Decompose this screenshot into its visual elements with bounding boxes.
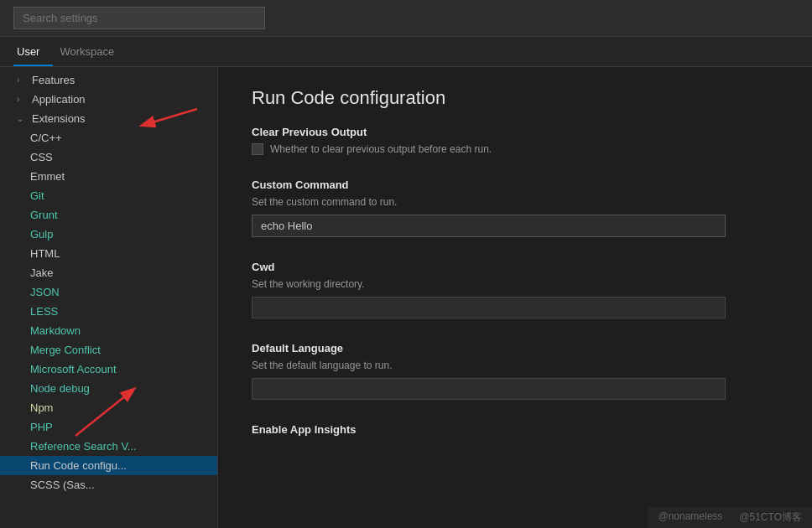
setting-desc-cwd: Set the working directory. (252, 278, 778, 290)
sidebar-item-gulp[interactable]: Gulp (0, 225, 217, 244)
sidebar-item-php[interactable]: PHP (0, 417, 217, 437)
tab-workspace[interactable]: Workspace (56, 37, 128, 66)
sidebar-item-node-debug[interactable]: Node debug (0, 379, 217, 398)
sidebar-item-css[interactable]: CSS (0, 148, 217, 167)
checkbox-clear-previous-output[interactable] (252, 143, 263, 155)
setting-clear-previous-output: Clear Previous Output Whether to clear p… (252, 126, 778, 155)
sidebar-item-label: Emmet (30, 170, 65, 183)
sidebar-item-html[interactable]: HTML (0, 244, 217, 263)
sidebar-item-extensions[interactable]: ⌄ Extensions (0, 109, 217, 128)
input-default-language[interactable] (252, 378, 726, 400)
setting-label-cwd: Cwd (252, 261, 778, 273)
sidebar-item-label: Gulp (30, 228, 53, 241)
sidebar-item-label: CSS (30, 151, 53, 163)
search-input[interactable] (13, 7, 265, 29)
chevron-right-icon: › (17, 95, 27, 104)
sidebar-item-label: Run Code configu... (30, 459, 127, 472)
sidebar-item-label: Npm (30, 401, 53, 414)
sidebar-item-label: Git (30, 189, 44, 202)
footer-blog: @51CTO博客 (739, 510, 802, 525)
sidebar-item-features[interactable]: › Features (0, 70, 217, 90)
setting-label-enable-app-insights: Enable App Insights (252, 423, 778, 436)
sidebar-item-label: PHP (30, 421, 53, 433)
sidebar-item-label: Grunt (30, 209, 58, 221)
setting-label-custom-command: Custom Command (252, 179, 778, 191)
checkbox-row-clear: Whether to clear previous output before … (252, 143, 778, 155)
input-custom-command[interactable] (252, 215, 726, 237)
setting-label-default-language: Default Language (252, 342, 778, 355)
setting-custom-command: Custom Command Set the custom command to… (252, 179, 778, 237)
sidebar-item-json[interactable]: JSON (0, 282, 217, 302)
footer-bar: @nonameless @51CTO博客 (648, 507, 812, 528)
sidebar-item-markdown[interactable]: Markdown (0, 321, 217, 340)
sidebar-item-label: Microsoft Account (30, 363, 117, 375)
tabs-row: User Workspace (0, 37, 812, 67)
sidebar-item-cpp[interactable]: C/C++ (0, 128, 217, 148)
chevron-down-icon: ⌄ (17, 114, 27, 123)
sidebar-item-application[interactable]: › Application (0, 90, 217, 109)
sidebar-item-label: C/C++ (30, 132, 62, 144)
sidebar-item-microsoft-account[interactable]: Microsoft Account (0, 360, 217, 379)
sidebar-item-run-code[interactable]: Run Code configu... (0, 456, 217, 475)
setting-desc-default-language: Set the default language to run. (252, 360, 778, 371)
sidebar-item-reference-search[interactable]: Reference Search V... (0, 437, 217, 456)
setting-desc-custom-command: Set the custom command to run. (252, 196, 778, 208)
setting-label-clear: Clear Previous Output (252, 126, 778, 138)
page-title: Run Code configuration (252, 87, 778, 109)
input-cwd[interactable] (252, 297, 726, 318)
chevron-right-icon: › (17, 75, 27, 85)
sidebar-item-scss[interactable]: SCSS (Sas... (0, 475, 217, 494)
setting-enable-app-insights: Enable App Insights (252, 423, 778, 436)
sidebar-item-label: Application (32, 93, 86, 106)
sidebar-item-label: Merge Conflict (30, 344, 101, 356)
setting-default-language: Default Language Set the default languag… (252, 342, 778, 400)
sidebar-item-label: Extensions (32, 112, 86, 125)
content-panel: Run Code configuration Clear Previous Ou… (218, 67, 812, 528)
setting-desc-clear: Whether to clear previous output before … (270, 143, 492, 155)
search-bar (0, 0, 812, 37)
tab-user[interactable]: User (13, 37, 53, 66)
sidebar-item-label: LESS (30, 305, 58, 318)
sidebar-item-label: Reference Search V... (30, 440, 137, 453)
sidebar-item-label: Node debug (30, 382, 90, 395)
sidebar-item-grunt[interactable]: Grunt (0, 205, 217, 225)
sidebar-item-label: Markdown (30, 324, 81, 337)
main-container: › Features › Application ⌄ Extensions C/… (0, 67, 812, 528)
sidebar-item-label: HTML (30, 247, 60, 260)
sidebar-item-label: SCSS (Sas... (30, 479, 95, 491)
sidebar-item-merge-conflict[interactable]: Merge Conflict (0, 340, 217, 360)
sidebar-item-less[interactable]: LESS (0, 302, 217, 321)
footer-username: @nonameless (658, 510, 722, 525)
sidebar-item-emmet[interactable]: Emmet (0, 167, 217, 186)
sidebar-item-label: JSON (30, 286, 60, 298)
sidebar-item-label: Jake (30, 267, 53, 279)
sidebar-item-npm[interactable]: Npm (0, 398, 217, 417)
sidebar-item-jake[interactable]: Jake (0, 263, 217, 282)
setting-cwd: Cwd Set the working directory. (252, 261, 778, 318)
sidebar-item-label: Features (32, 74, 75, 86)
sidebar: › Features › Application ⌄ Extensions C/… (0, 67, 218, 528)
sidebar-item-git[interactable]: Git (0, 186, 217, 205)
